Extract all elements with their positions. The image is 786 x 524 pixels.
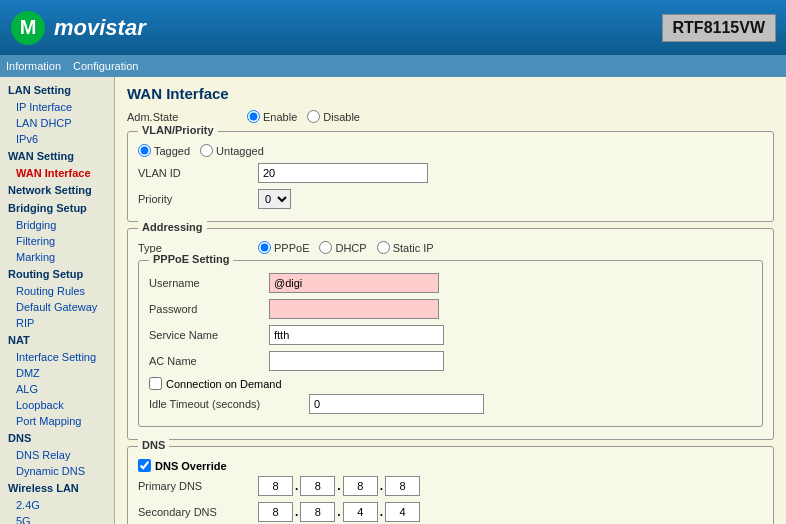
sidebar-item-default-gateway[interactable]: Default Gateway: [0, 299, 114, 315]
nav-information[interactable]: Information: [6, 60, 61, 72]
pppoe-radio-label[interactable]: PPPoE: [258, 241, 309, 254]
dns-override-row: DNS Override: [138, 459, 763, 472]
sidebar-item-2.4g[interactable]: 2.4G: [0, 497, 114, 513]
enable-label: Enable: [263, 111, 297, 123]
static-ip-radio-label[interactable]: Static IP: [377, 241, 434, 254]
vlan-priority-legend: VLAN/Priority: [138, 124, 218, 136]
sidebar-section-wireless-lan[interactable]: Wireless LAN: [0, 479, 114, 497]
nav-configuration[interactable]: Configuration: [73, 60, 138, 72]
connection-on-demand-checkbox[interactable]: [149, 377, 162, 390]
untagged-radio-label[interactable]: Untagged: [200, 144, 264, 157]
username-input[interactable]: [269, 273, 439, 293]
password-label: Password: [149, 303, 269, 315]
tagged-label: Tagged: [154, 145, 190, 157]
sidebar-item-dynamic-dns[interactable]: Dynamic DNS: [0, 463, 114, 479]
secondary-dns-3[interactable]: [343, 502, 378, 522]
device-id: RTF8115VW: [662, 14, 776, 42]
dns-override-checkbox[interactable]: [138, 459, 151, 472]
priority-select[interactable]: 0 1 2 3 4 5 6 7: [258, 189, 291, 209]
sidebar-section-routing-setup[interactable]: Routing Setup: [0, 265, 114, 283]
ac-name-label: AC Name: [149, 355, 269, 367]
sidebar-item-dmz[interactable]: DMZ: [0, 365, 114, 381]
type-label: Type: [138, 242, 258, 254]
primary-dns-2[interactable]: [300, 476, 335, 496]
service-name-input[interactable]: [269, 325, 444, 345]
addressing-box: Addressing Type PPPoE DHCP Static IP: [127, 228, 774, 440]
logo-area: M movistar: [10, 10, 146, 46]
ac-name-input[interactable]: [269, 351, 444, 371]
vlan-id-row: VLAN ID: [138, 163, 763, 183]
sidebar-item-5g[interactable]: 5G: [0, 513, 114, 524]
disable-radio-label[interactable]: Disable: [307, 110, 360, 123]
adm-state-label: Adm.State: [127, 111, 247, 123]
primary-dns-inputs: . . .: [258, 476, 420, 496]
sidebar-item-alg[interactable]: ALG: [0, 381, 114, 397]
tagged-row: Tagged Untagged: [138, 144, 763, 157]
movistar-logo-icon: M: [10, 10, 46, 46]
primary-dns-dot-1: .: [293, 479, 300, 493]
adm-state-radio-group: Enable Disable: [247, 110, 360, 123]
sidebar-section-bridging-setup[interactable]: Bridging Setup: [0, 199, 114, 217]
dhcp-label: DHCP: [335, 242, 366, 254]
sidebar-section-lan-setting[interactable]: LAN Setting: [0, 81, 114, 99]
sidebar-item-bridging[interactable]: Bridging: [0, 217, 114, 233]
sidebar-item-interface-setting[interactable]: Interface Setting: [0, 349, 114, 365]
secondary-dns-row: Secondary DNS . . .: [138, 502, 763, 522]
secondary-dns-2[interactable]: [300, 502, 335, 522]
static-ip-label: Static IP: [393, 242, 434, 254]
type-radio-group: PPPoE DHCP Static IP: [258, 241, 434, 254]
main-layout: LAN Setting IP Interface LAN DHCP IPv6 W…: [0, 77, 786, 524]
tagged-radio-label[interactable]: Tagged: [138, 144, 190, 157]
static-ip-radio[interactable]: [377, 241, 390, 254]
untagged-label: Untagged: [216, 145, 264, 157]
sidebar-section-dns[interactable]: DNS: [0, 429, 114, 447]
primary-dns-3[interactable]: [343, 476, 378, 496]
secondary-dns-label: Secondary DNS: [138, 506, 258, 518]
sidebar-item-dns-relay[interactable]: DNS Relay: [0, 447, 114, 463]
password-input[interactable]: [269, 299, 439, 319]
idle-timeout-input[interactable]: [309, 394, 484, 414]
sidebar-item-ip-interface[interactable]: IP Interface: [0, 99, 114, 115]
sidebar-item-wan-interface[interactable]: WAN Interface: [0, 165, 114, 181]
sidebar-section-nat[interactable]: NAT: [0, 331, 114, 349]
username-label: Username: [149, 277, 269, 289]
primary-dns-4[interactable]: [385, 476, 420, 496]
idle-timeout-row: Idle Timeout (seconds): [149, 394, 752, 414]
enable-radio[interactable]: [247, 110, 260, 123]
sidebar-item-routing-rules[interactable]: Routing Rules: [0, 283, 114, 299]
sidebar-item-lan-dhcp[interactable]: LAN DHCP: [0, 115, 114, 131]
primary-dns-label: Primary DNS: [138, 480, 258, 492]
nav-bar: Information Configuration: [0, 55, 786, 77]
sidebar-item-marking[interactable]: Marking: [0, 249, 114, 265]
sidebar-item-filtering[interactable]: Filtering: [0, 233, 114, 249]
idle-timeout-label: Idle Timeout (seconds): [149, 398, 309, 410]
secondary-dns-inputs: . . .: [258, 502, 420, 522]
secondary-dns-4[interactable]: [385, 502, 420, 522]
dhcp-radio[interactable]: [319, 241, 332, 254]
sidebar-section-wan-setting[interactable]: WAN Setting: [0, 147, 114, 165]
dns-box: DNS DNS Override Primary DNS . . .: [127, 446, 774, 524]
dhcp-radio-label[interactable]: DHCP: [319, 241, 366, 254]
secondary-dns-1[interactable]: [258, 502, 293, 522]
primary-dns-1[interactable]: [258, 476, 293, 496]
sidebar-item-loopback[interactable]: Loopback: [0, 397, 114, 413]
addressing-legend: Addressing: [138, 221, 207, 233]
disable-label: Disable: [323, 111, 360, 123]
pppoe-radio[interactable]: [258, 241, 271, 254]
enable-radio-label[interactable]: Enable: [247, 110, 297, 123]
sidebar-item-ipv6[interactable]: IPv6: [0, 131, 114, 147]
pppoe-label: PPPoE: [274, 242, 309, 254]
tagged-radio-group: Tagged Untagged: [138, 144, 264, 157]
service-name-label: Service Name: [149, 329, 269, 341]
sidebar-item-rip[interactable]: RIP: [0, 315, 114, 331]
sidebar-section-network-setting[interactable]: Network Setting: [0, 181, 114, 199]
sidebar-item-port-mapping[interactable]: Port Mapping: [0, 413, 114, 429]
password-row: Password: [149, 299, 752, 319]
secondary-dns-dot-3: .: [378, 505, 385, 519]
service-name-row: Service Name: [149, 325, 752, 345]
vlan-priority-box: VLAN/Priority Tagged Untagged VLAN ID: [127, 131, 774, 222]
tagged-radio[interactable]: [138, 144, 151, 157]
disable-radio[interactable]: [307, 110, 320, 123]
vlan-id-input[interactable]: [258, 163, 428, 183]
untagged-radio[interactable]: [200, 144, 213, 157]
